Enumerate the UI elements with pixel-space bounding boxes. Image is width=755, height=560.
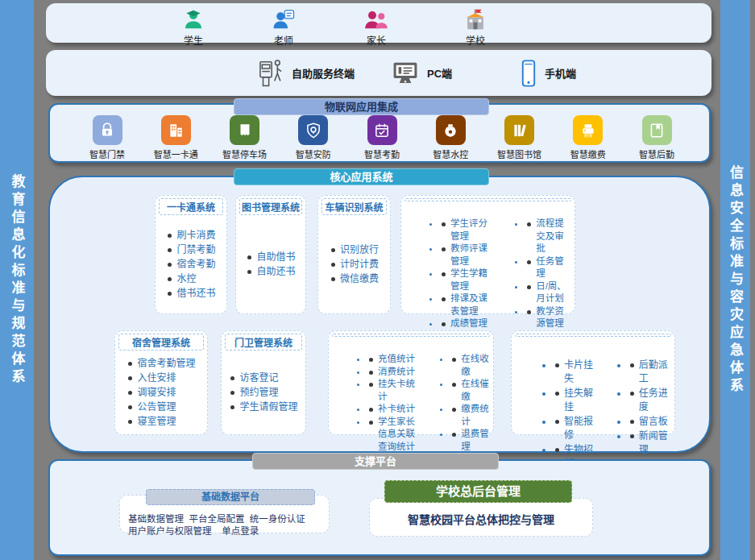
core-box-library-system: 图书管理系统 自助借书自助还书 xyxy=(235,195,306,314)
core-box-dorm-system: 宿舍管理系统 宿舍考勤管理入住安排调寝安排公告管理寝室管理 xyxy=(114,330,208,435)
iot-item-library: 智慧图书馆 xyxy=(488,115,551,160)
core-list-item: 借书还书 xyxy=(166,287,215,301)
core-list-item: 学生学籍管理 xyxy=(440,268,493,292)
iot-label: 智慧考勤 xyxy=(364,147,400,160)
core-box-vehicle-system: 车辆识别系统 识别放行计时计费微信缴费 xyxy=(317,195,391,314)
box-title: 图书管理系统 xyxy=(239,198,302,215)
support-section-banner: 支撑平台 xyxy=(252,453,499,470)
core-list-item: 公告管理 xyxy=(127,400,195,414)
user-label: 家长 xyxy=(367,33,386,47)
terminal-label: 手机端 xyxy=(545,65,576,81)
base-data-platform-banner: 基础数据平台 xyxy=(146,489,315,505)
core-list-item: 留言板 xyxy=(628,415,673,429)
base-platform-line1: 基础数据管理 平台全局配置 统一身份认证 xyxy=(128,513,329,525)
box-list: 自助借书自助还书 xyxy=(246,250,295,280)
base-platform-line2: 用户账户与权限管理 单点登录 xyxy=(128,525,329,537)
core-list-item: 刷卡消费 xyxy=(166,229,215,243)
core-list-item: 卡片挂失 xyxy=(554,359,596,386)
core-list-item: 任务管理 xyxy=(525,255,573,280)
core-list-item: 教师评课管理 xyxy=(440,243,493,268)
core-list-item: 计时计费 xyxy=(330,258,379,272)
core-list-item: 识别放行 xyxy=(330,243,379,257)
core-box-logistics-system: 后勤管理系统 卡片挂失挂失解挂智能报修失物招领 后勤派工任务进度留言板新闻管理 xyxy=(511,330,675,435)
core-section-banner: 核心应用系统 xyxy=(234,168,489,185)
school-admin-description: 智慧校园平台总体把控与管理 xyxy=(408,511,554,527)
one-card-icon xyxy=(161,115,191,145)
box-title: 一卡通系统 xyxy=(159,198,223,215)
school-icon xyxy=(463,7,488,31)
core-list-item: 自助借书 xyxy=(246,251,295,264)
core-list-item: 挂失卡统计 xyxy=(367,378,418,403)
core-list-item: 排课及课表管理 xyxy=(440,292,493,317)
teacher-icon xyxy=(272,7,296,31)
attendance-calendar-icon xyxy=(367,115,397,145)
core-box-gate-system: 门卫管理系统 访客登记预约管理学生请假管理 xyxy=(221,330,306,435)
iot-item-one-card: 智慧一卡通 xyxy=(144,115,207,160)
iot-item-door-access: 智慧门禁 xyxy=(76,115,139,160)
box-list: 宿舍考勤管理入住安排调寝安排公告管理寝室管理 xyxy=(127,356,195,429)
school-admin-box: 智慧校园平台总体把控与管理 xyxy=(369,498,593,537)
core-list-item: 成绩管理 xyxy=(440,317,493,330)
user-item-teacher: 老师 xyxy=(257,7,310,47)
user-item-school: 学校 xyxy=(449,7,502,47)
door-access-icon xyxy=(93,115,122,145)
iot-label: 智慧图书馆 xyxy=(497,147,541,160)
core-list-item: 微信缴费 xyxy=(330,272,379,286)
water-control-icon xyxy=(436,115,466,145)
user-label: 老师 xyxy=(274,33,293,47)
core-list-item: 任务进度 xyxy=(628,387,673,414)
iot-item-payment: 智慧缴费 xyxy=(557,115,620,160)
core-list-item: 挂失解挂 xyxy=(554,387,596,414)
core-list-item: 寝室管理 xyxy=(127,415,195,429)
core-list-item: 充值统计 xyxy=(367,353,418,366)
iot-label: 智慧水控 xyxy=(433,147,468,160)
right-standards-label: 信息安全标准与容灾应急体系 xyxy=(725,165,745,396)
box-title: 车辆识别系统 xyxy=(321,198,387,215)
box-list: 卡片挂失挂失解挂智能报修失物招领 xyxy=(521,358,596,471)
left-standards-label: 教育信息化标准与规范体系 xyxy=(7,174,27,387)
core-list-item: 新闻管理 xyxy=(628,429,673,457)
user-label: 学校 xyxy=(466,33,485,47)
iot-item-parking: 智慧停车场 xyxy=(214,115,276,160)
core-list-item: 消费统计 xyxy=(367,366,418,379)
terminal-item-mobile: 手机端 xyxy=(520,50,576,96)
users-panel: 学生 老师 家长 学校 xyxy=(46,3,711,43)
core-box-finance-system: 财务管理系统 充值统计消费统计挂失卡统计补卡统计学生家长信息关联查询统计 在线收… xyxy=(328,330,494,435)
logistics-icon xyxy=(642,115,672,145)
phone-icon xyxy=(520,59,537,88)
core-list-item: 补卡统计 xyxy=(367,403,418,416)
iot-item-logistics: 智慧后勤 xyxy=(625,115,688,160)
core-list-item: 在线收缴 xyxy=(450,353,492,378)
core-list-item: 宿舍考勤管理 xyxy=(127,357,195,371)
user-item-student: 学生 xyxy=(167,7,220,47)
security-shield-icon xyxy=(298,115,328,145)
iot-label: 智慧门禁 xyxy=(89,147,125,160)
library-books-icon xyxy=(504,115,534,145)
box-list: 识别放行计时计费微信缴费 xyxy=(330,243,379,287)
core-list-item: 学生家长信息关联查询统计 xyxy=(367,416,418,454)
parking-icon xyxy=(230,115,259,145)
iot-label: 智慧缴费 xyxy=(570,147,606,160)
smart-campus-architecture-diagram: 教育信息化标准与规范体系 信息安全标准与容灾应急体系 学生 老师 家长 xyxy=(0,0,755,560)
iot-label: 智慧停车场 xyxy=(222,147,267,160)
iot-label: 智慧安防 xyxy=(296,147,331,160)
box-list: 刷卡消费门禁考勤宿舍考勤水控借书还书 xyxy=(166,228,215,301)
kiosk-icon xyxy=(257,58,284,89)
user-item-parent: 家长 xyxy=(350,7,403,47)
core-list-item: 智能报修 xyxy=(554,415,596,442)
box-title: 宿舍管理系统 xyxy=(118,334,204,351)
core-list-item: 后勤派工 xyxy=(628,359,673,386)
core-list-item: 门禁考勤 xyxy=(166,243,215,257)
payment-icon xyxy=(573,115,603,145)
core-box-edu-admin-system: 教务管理系统 学生评分管理教师评课管理学生学籍管理排课及课表管理成绩管理学生信息… xyxy=(400,195,575,314)
iot-item-security: 智慧安防 xyxy=(282,115,345,160)
box-list: 后勤派工任务进度留言板新闻管理 xyxy=(596,358,673,471)
core-list-item: 日/周、月计划 xyxy=(525,280,573,305)
left-standards-bar: 教育信息化标准与规范体系 xyxy=(0,0,34,560)
box-list: 访客登记预约管理学生请假管理 xyxy=(229,371,297,415)
core-list-item: 缴费统计 xyxy=(450,403,492,428)
core-list-item: 宿舍考勤 xyxy=(166,258,215,272)
terminal-item-pc: PC端 xyxy=(391,50,452,96)
core-list-item: 调寝安排 xyxy=(127,386,195,400)
iot-section-banner: 物联网应用集成 xyxy=(234,98,489,115)
